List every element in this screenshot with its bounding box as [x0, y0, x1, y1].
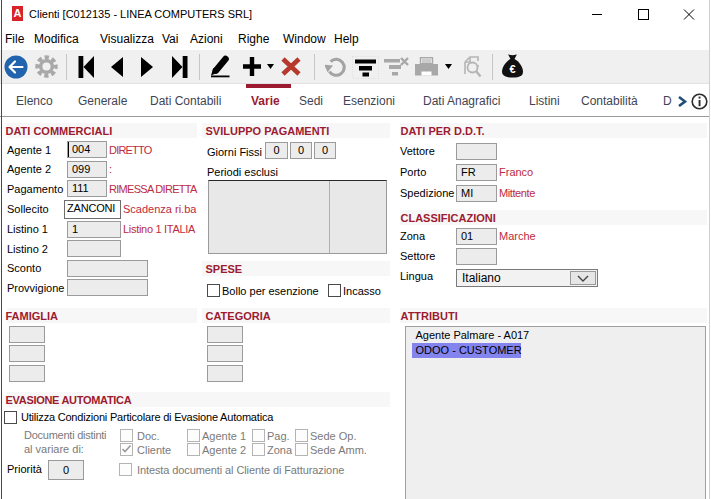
svg-text:€: €: [509, 63, 515, 75]
